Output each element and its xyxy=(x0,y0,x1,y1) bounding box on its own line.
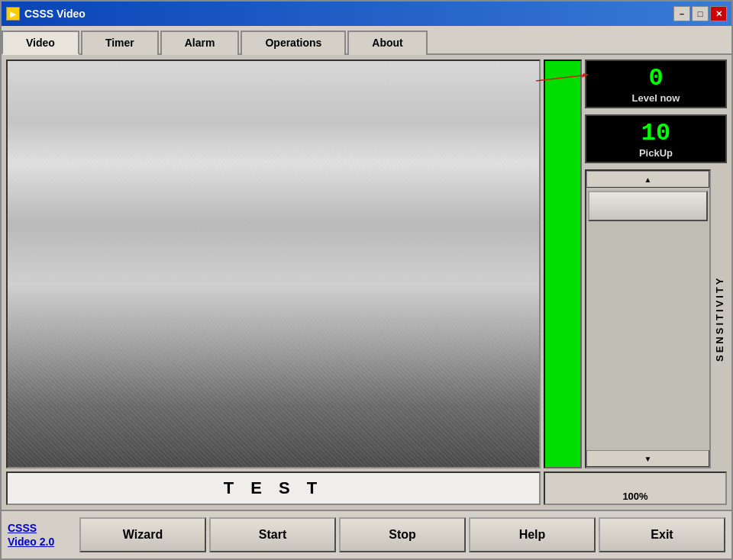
bottom-toolbar: CSSSVideo 2.0 Wizard Start Stop Help Exi… xyxy=(2,510,731,558)
percent-cell: 100% xyxy=(544,471,727,505)
maximize-button[interactable]: □ xyxy=(692,6,709,21)
level-bar-container: 0 Level now 10 PickUp ▲ xyxy=(544,60,727,468)
green-bar-wrapper xyxy=(544,60,582,468)
video-feed xyxy=(8,61,539,467)
scroll-down-button[interactable]: ▼ xyxy=(586,450,709,467)
pickup-display: 10 PickUp xyxy=(585,114,727,163)
help-button[interactable]: Help xyxy=(469,517,596,552)
exit-button[interactable]: Exit xyxy=(599,517,725,552)
tab-about[interactable]: About xyxy=(347,31,427,55)
window-title: CSSS Video xyxy=(24,8,86,20)
tab-timer[interactable]: Timer xyxy=(81,31,159,55)
scroll-track[interactable] xyxy=(586,188,709,450)
pickup-label: PickUp xyxy=(593,147,719,159)
video-status-row: T E S T 100% xyxy=(6,471,727,505)
video-frame xyxy=(6,60,541,468)
main-content: 0 Level now 10 PickUp ▲ xyxy=(2,55,731,510)
wizard-button[interactable]: Wizard xyxy=(79,517,206,552)
title-bar-left: ▶ CSSS Video xyxy=(6,7,86,21)
scrollbar-area: ▲ ▼ xyxy=(585,169,711,468)
level-now-container: 0 Level now xyxy=(585,60,727,108)
percent-label: 100% xyxy=(622,491,647,504)
stop-button[interactable]: Stop xyxy=(339,517,466,552)
title-controls: – □ ✕ xyxy=(673,6,727,21)
status-text: T E S T xyxy=(224,478,324,498)
start-button[interactable]: Start xyxy=(209,517,336,552)
indicators-panel: 0 Level now 10 PickUp ▲ xyxy=(585,60,727,468)
svg-marker-1 xyxy=(582,73,588,78)
scroll-thumb[interactable] xyxy=(588,191,708,221)
main-window: ▶ CSSS Video – □ ✕ Video Timer Alarm Ope… xyxy=(0,0,733,560)
green-bar xyxy=(545,61,580,467)
level-now-value: 0 xyxy=(593,64,719,92)
pickup-value: 10 xyxy=(593,119,719,147)
sensitivity-container: ▲ ▼ SENSITIVITY xyxy=(585,169,727,468)
title-bar: ▶ CSSS Video – □ ✕ xyxy=(2,2,731,26)
close-button[interactable]: ✕ xyxy=(710,6,727,21)
tab-alarm[interactable]: Alarm xyxy=(160,31,240,55)
app-icon: ▶ xyxy=(6,7,20,21)
minimize-button[interactable]: – xyxy=(673,6,690,21)
tab-bar: Video Timer Alarm Operations About xyxy=(2,26,731,55)
level-now-label: Level now xyxy=(593,92,719,104)
svg-line-0 xyxy=(536,75,588,81)
video-area: 0 Level now 10 PickUp ▲ xyxy=(6,60,727,468)
app-label[interactable]: CSSSVideo 2.0 xyxy=(8,521,76,549)
level-now-display: 0 Level now xyxy=(585,60,727,108)
right-panel: 0 Level now 10 PickUp ▲ xyxy=(544,60,727,468)
sensitivity-label: SENSITIVITY xyxy=(712,169,727,468)
tab-video[interactable]: Video xyxy=(2,31,79,55)
tab-operations[interactable]: Operations xyxy=(241,31,346,55)
arrow-overlay xyxy=(536,73,589,89)
scroll-up-button[interactable]: ▲ xyxy=(586,171,709,188)
status-cell: T E S T xyxy=(6,471,541,505)
